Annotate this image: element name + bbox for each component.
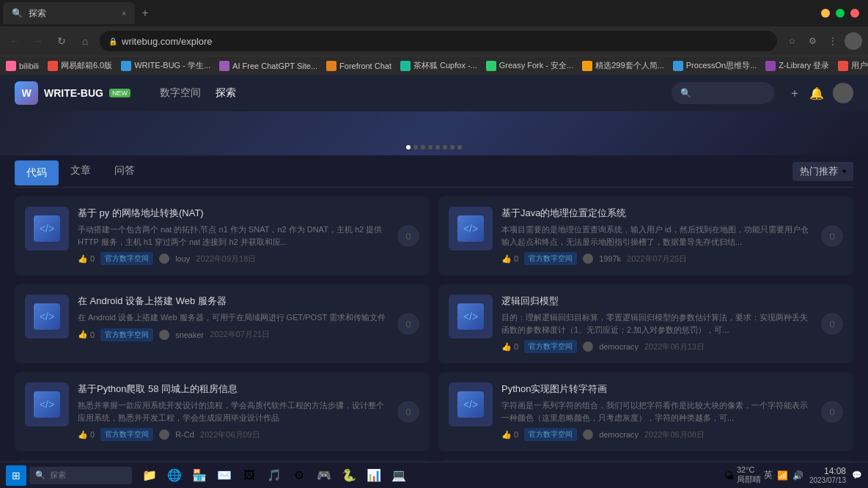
header-icons: ＋ 🔔 [789, 83, 853, 103]
taskbar-app-mail[interactable]: ✉️ [213, 464, 236, 487]
card-5-author-avatar [159, 429, 169, 440]
card-2-thumb-inner: </> [457, 215, 484, 242]
bookmark-greasy[interactable]: Greasy Fork - 安全... [486, 60, 573, 71]
bookmark-bilibili-label: bilibili [19, 62, 39, 70]
card-4[interactable]: </> 逻辑回归模型 目的：理解逻辑回归目标算，零置逻辑回归模型的参数估计算法，… [438, 284, 853, 363]
banner-dot-4[interactable] [428, 145, 433, 149]
banner-dot-7[interactable] [450, 145, 455, 149]
new-tab-button[interactable]: + [135, 3, 155, 23]
banner-dot-6[interactable] [443, 145, 447, 149]
notification-icon[interactable]: 🔔 [809, 86, 824, 100]
taskbar-search[interactable]: 🔍 探索 [29, 467, 132, 484]
sys-volume-icon[interactable]: 🔊 [792, 470, 803, 481]
banner-dot-2[interactable] [413, 145, 418, 149]
taskbar-app-excel[interactable]: 📊 [362, 464, 386, 487]
site-logo[interactable]: W WRITE-BUG NEW [15, 81, 130, 105]
bookmark-usercenter[interactable]: 用户中心 - 云猫... [838, 60, 868, 71]
refresh-button[interactable]: ↻ [53, 32, 70, 50]
site-header: W WRITE-BUG NEW 数字空间 探索 🔍 ＋ 🔔 [0, 75, 868, 111]
card-6[interactable]: </> Python实现图片转字符画 字符画是一系列字符的组合，我们可以把字符看… [438, 372, 853, 451]
taskbar-weather[interactable]: 🌤 32°C 局部晴 [724, 465, 761, 485]
taskbar-app-photos[interactable]: 🖼 [238, 464, 261, 487]
sys-lang-icon[interactable]: 英 [764, 469, 773, 481]
card-5-num: 0 [397, 401, 419, 423]
browser-chrome: 🔍 探索 × + ← → ↻ ⌂ 🔒 writebug.com/explore … [0, 0, 868, 75]
taskbar-app-settings[interactable]: ⚙ [287, 464, 311, 487]
tab-close-button[interactable]: × [122, 10, 126, 18]
bookmark-processon-icon [673, 61, 683, 71]
bookmark-chatgpt[interactable]: AI Free ChatGPT Site... [219, 61, 317, 71]
bookmark-forefront[interactable]: Forefront Chat [326, 61, 391, 71]
user-profile-button[interactable] [845, 32, 862, 50]
bookmark-usercenter-icon [838, 61, 848, 71]
card-1[interactable]: </> 基于 py 的网络地址转换(NAT) 手动搭建一个包含两个 nat 的拓… [15, 196, 430, 276]
bookmark-zlibrary[interactable]: Z-Library 登录 [765, 60, 829, 71]
card-3-title: 在 Android 设备上搭建 Web 服务器 [78, 295, 389, 308]
search-icon: 🔍 [680, 88, 691, 98]
banner-dot-8[interactable] [457, 145, 462, 149]
tab-article[interactable]: 文章 [59, 155, 103, 188]
card-4-thumb-inner: </> [457, 303, 484, 330]
card-5-tag[interactable]: 官方数字空间 [100, 428, 153, 441]
taskbar-clock[interactable]: 14:08 2023/07/13 [809, 466, 846, 484]
bookmark-button[interactable]: ☆ [783, 32, 801, 50]
add-icon[interactable]: ＋ [789, 86, 801, 101]
card-4-thumbnail: </> [449, 295, 493, 339]
card-2[interactable]: </> 基于Java的地理位置定位系统 本项目需要的是地理位置查询系统，输入用户… [438, 196, 853, 276]
bookmark-writebug[interactable]: WRITE-BUG - 学生... [121, 60, 210, 71]
weather-temp: 32°C [737, 465, 761, 474]
more-button[interactable]: ⋮ [824, 32, 842, 50]
forward-button[interactable]: → [29, 32, 47, 50]
banner-dot-3[interactable] [421, 145, 425, 149]
nav-digital-space[interactable]: 数字空间 [160, 86, 201, 100]
tab-qa[interactable]: 问答 [103, 155, 147, 188]
code-icon: </> [40, 223, 54, 234]
banner-dot-1[interactable] [406, 145, 411, 149]
card-1-num: 0 [397, 225, 419, 247]
minimize-button[interactable] [821, 9, 830, 18]
taskbar-app-edge[interactable]: 🌐 [163, 464, 186, 487]
nav-explore[interactable]: 探索 [216, 86, 236, 100]
taskbar-app-game[interactable]: 🎮 [312, 464, 336, 487]
sys-network-icon[interactable]: 📶 [777, 470, 788, 481]
bookmark-cupfox[interactable]: 茶杯狐 Cupfox -... [400, 60, 477, 71]
filter-dropdown[interactable]: 热门推荐 ▾ [792, 162, 853, 181]
taskbar: ⊞ 🔍 探索 📁 🌐 🏪 ✉️ 🖼 🎵 ⚙ 🎮 🐍 📊 💻 🌤 32°C 局部晴… [0, 462, 868, 488]
bookmark-resume-icon [582, 61, 592, 71]
extensions-button[interactable]: ⚙ [803, 32, 821, 50]
banner-dot-5[interactable] [435, 145, 440, 149]
taskbar-app-file[interactable]: 📁 [138, 464, 161, 487]
search-bar[interactable]: 🔍 [672, 82, 774, 104]
card-3[interactable]: </> 在 Android 设备上搭建 Web 服务器 在 Android 设备… [15, 284, 430, 363]
card-4-tag[interactable]: 官方数字空间 [524, 340, 577, 353]
active-tab[interactable]: 🔍 探索 × [3, 2, 135, 24]
start-button[interactable]: ⊞ [6, 465, 26, 486]
taskbar-app-code[interactable]: 💻 [387, 464, 411, 487]
card-5-title: 基于Python爬取 58 同城上的租房信息 [78, 382, 389, 396]
notification-center-icon[interactable]: 💬 [852, 470, 862, 480]
card-3-author-avatar [159, 330, 169, 340]
content-area: 代码 文章 问答 热门推荐 ▾ </> 基于 py 的网络地址转换(NAT) 手… [0, 155, 868, 462]
tab-code[interactable]: 代码 [15, 160, 59, 185]
back-button[interactable]: ← [6, 32, 23, 50]
address-bar[interactable]: 🔒 writebug.com/explore [100, 31, 777, 51]
card-1-tag[interactable]: 官方数字空间 [100, 252, 153, 265]
card-2-tag[interactable]: 官方数字空间 [524, 252, 577, 265]
bookmark-resume[interactable]: 精选299套个人简... [582, 60, 664, 71]
bookmark-bilibili[interactable]: bilibili [6, 61, 39, 71]
card-2-thumbnail: </> [449, 207, 493, 251]
taskbar-app-music[interactable]: 🎵 [262, 464, 286, 487]
maximize-button[interactable] [836, 9, 845, 18]
bookmark-netease-icon [48, 61, 58, 71]
bookmark-processon[interactable]: ProcessOn思维导... [673, 60, 757, 71]
home-button[interactable]: ⌂ [76, 32, 94, 50]
card-6-tag[interactable]: 官方数字空间 [524, 428, 577, 441]
close-window-button[interactable] [850, 9, 859, 18]
taskbar-app-python[interactable]: 🐍 [337, 464, 361, 487]
card-2-desc: 本项目需要的是地理位置查询系统，输入用户 id，然后找到在地图，功能只需要用户仓… [501, 223, 812, 248]
bookmark-netease[interactable]: 网易邮箱6.0版 [48, 60, 112, 71]
card-5[interactable]: </> 基于Python爬取 58 同城上的租房信息 熟悉并掌握一款应用系统开发… [15, 372, 430, 451]
user-avatar[interactable] [833, 83, 853, 103]
taskbar-app-store[interactable]: 🏪 [188, 464, 211, 487]
card-3-tag[interactable]: 官方数字空间 [100, 328, 153, 341]
